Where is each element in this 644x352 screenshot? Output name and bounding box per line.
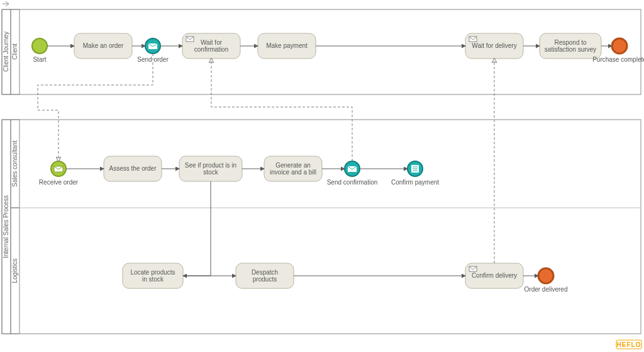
svg-text:Confirm delivery: Confirm delivery [472, 272, 517, 279]
task-despatch-products[interactable]: Despatch products Despatch products [236, 263, 294, 288]
svg-text:Wait for: Wait for [201, 39, 223, 46]
flow [183, 181, 211, 276]
bpmn-diagram: Client Journey Client Start Make an orde… [0, 0, 644, 352]
task-check-stock[interactable]: See if product is in stock See if produc… [179, 156, 242, 181]
svg-text:Purchase complete: Purchase complete [592, 56, 644, 63]
task-respond-survey[interactable]: Respond to satisfaction survey Respond t… [540, 33, 601, 59]
msg-confirmation [211, 59, 352, 161]
svg-point-62 [538, 268, 553, 283]
svg-text:Generate an: Generate an [275, 162, 311, 169]
event-confirm-payment[interactable]: Confirm payment [391, 161, 439, 186]
svg-text:Locate products: Locate products [130, 269, 175, 276]
pool-title-internal-sales: Internal Sales Process [3, 195, 9, 258]
pool-title-client-journey: Client Journey [3, 31, 9, 72]
svg-text:HEFLO: HEFLO [617, 341, 641, 348]
svg-text:confirmation: confirmation [194, 46, 228, 53]
list-icon [411, 165, 419, 173]
svg-text:Make payment: Make payment [266, 42, 308, 49]
task-generate-invoice[interactable]: Generate an invoice and a bill Generate … [264, 156, 322, 181]
task-wait-confirmation[interactable]: Wait for confirmation Wait for confirmat… [182, 33, 240, 59]
envelope-icon [469, 37, 477, 42]
svg-text:products: products [253, 276, 277, 283]
envelope-icon [186, 37, 194, 42]
svg-point-3 [32, 38, 47, 54]
svg-text:invoice and a bill: invoice and a bill [270, 169, 316, 176]
event-receive-order[interactable]: Receive order [39, 161, 79, 186]
envelope-icon [348, 166, 357, 172]
svg-text:stock: stock [203, 169, 218, 176]
start-event[interactable]: Start [32, 38, 47, 63]
lane-title-logistics: Logistics [11, 259, 18, 283]
envelope-icon [469, 266, 477, 271]
svg-text:Assess the order: Assess the order [109, 165, 157, 172]
task-locate-products[interactable]: Locate products in stock Locate products… [123, 263, 183, 288]
task-confirm-delivery[interactable]: Confirm delivery [465, 263, 523, 288]
svg-text:Despatch: Despatch [252, 269, 278, 276]
task-wait-delivery[interactable]: Wait for delivery [465, 33, 523, 59]
svg-text:See if product is in: See if product is in [185, 162, 236, 169]
task-assess-order[interactable]: Assess the order [104, 156, 162, 181]
diagram-corner-icon [3, 1, 9, 6]
envelope-icon [148, 43, 157, 49]
lane-title-client: Client [11, 43, 18, 60]
svg-text:Respond to: Respond to [554, 39, 587, 46]
event-send-confirmation[interactable]: Send confirmation [327, 161, 378, 186]
svg-text:Send confirmation: Send confirmation [327, 179, 378, 186]
svg-point-22 [612, 38, 627, 54]
task-make-order[interactable]: Make an order [74, 33, 132, 59]
svg-text:Receive order: Receive order [39, 179, 79, 186]
svg-text:Make an order: Make an order [83, 42, 124, 49]
brand-badge: HEFLO [616, 340, 641, 349]
msg-sendorder-receiveorder [38, 54, 153, 161]
lane-title-sales-consultant: Sales consultant [11, 140, 18, 187]
svg-text:Order delivered: Order delivered [525, 286, 568, 293]
task-make-payment[interactable]: Make payment [258, 33, 316, 59]
envelope-icon [54, 166, 63, 172]
svg-text:satisfaction survey: satisfaction survey [545, 46, 596, 53]
svg-text:Wait for delivery: Wait for delivery [472, 42, 516, 49]
svg-rect-24 [2, 120, 641, 334]
end-event-order-delivered[interactable]: Order delivered [525, 268, 568, 293]
pool-internal-sales: Internal Sales Process Sales consultant … [2, 120, 641, 334]
svg-text:Confirm payment: Confirm payment [391, 179, 439, 186]
start-label: Start [33, 56, 46, 63]
svg-text:in stock: in stock [142, 276, 164, 283]
